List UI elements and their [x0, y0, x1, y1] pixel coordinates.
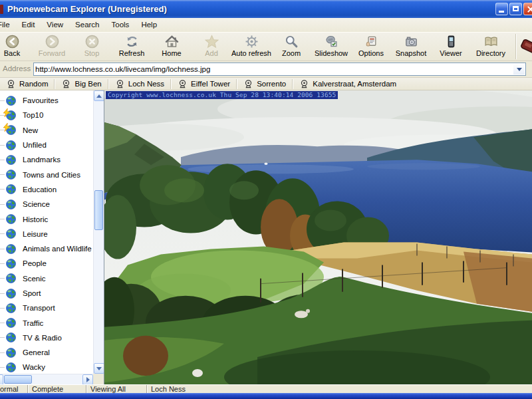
toolbar-button-forward[interactable]: Forward	[32, 33, 72, 57]
toolbar-button-refresh[interactable]: Refresh	[112, 33, 152, 57]
globe-icon	[5, 347, 17, 358]
toolbar-button-options[interactable]: Options	[351, 33, 391, 57]
linkbar-link-random[interactable]: Random	[0, 79, 54, 89]
sidebar-item-towns-and-cities[interactable]: Towns and Cities	[0, 167, 93, 182]
address-input-wrap	[33, 63, 526, 76]
menu-view[interactable]: View	[41, 18, 69, 32]
sidebar-item-landmarks[interactable]: Landmarks	[0, 152, 93, 167]
globe-icon	[5, 199, 17, 210]
close-button[interactable]	[523, 3, 532, 15]
toolbar-button-stop[interactable]: Stop	[72, 33, 112, 57]
globe-icon	[5, 140, 17, 151]
webcam-icon	[61, 79, 71, 89]
scroll-left-button[interactable]	[0, 374, 3, 385]
toolbar-button-add[interactable]: Add	[192, 33, 231, 57]
sidebar-item-leisure[interactable]: Leisure	[0, 227, 93, 241]
sidebar-item-favourites[interactable]: Favourites	[0, 93, 93, 108]
tree-tick	[0, 323, 5, 323]
globe-icon	[5, 154, 17, 166]
sidebar-item-scenic[interactable]: Scenic	[0, 271, 93, 286]
linkbar-link-loch-ness[interactable]: Loch Ness	[109, 79, 170, 89]
maximize-button[interactable]	[509, 3, 522, 15]
back-icon	[5, 34, 19, 49]
webcam-icon	[178, 79, 188, 89]
tree-tick	[0, 219, 5, 219]
sidebar-item-tv-radio[interactable]: TV & Radio	[0, 331, 93, 345]
toolbar-button-viewer[interactable]: Viewer	[431, 33, 471, 57]
sidebar-item-new[interactable]: New	[0, 123, 93, 138]
webcam-copyright-overlay: Copyright www.lochness.co.uk Thu Sep 28 …	[106, 91, 338, 99]
webcam-image-pane: Copyright www.lochness.co.uk Thu Sep 28 …	[104, 90, 532, 384]
globe-icon	[5, 362, 17, 373]
scroll-down-button[interactable]	[94, 363, 104, 374]
menu-bar: FileEditViewSearchToolsHelp	[0, 18, 532, 32]
sidebar-horizontal-scrollbar[interactable]	[0, 374, 93, 384]
scrollbar-corner	[93, 374, 104, 384]
tree-tick	[0, 189, 5, 190]
globe-icon	[5, 303, 17, 314]
linkbar-link-big-ben[interactable]: Big Ben	[55, 79, 107, 89]
sidebar-item-traffic[interactable]: Traffic	[0, 315, 93, 330]
address-input[interactable]	[35, 64, 511, 74]
linkbar-link-eiffel-tower[interactable]: Eiffel Tower	[172, 79, 236, 89]
snapshot-icon	[404, 34, 418, 49]
tree-tick	[0, 174, 5, 175]
linkbar-link-sorrento[interactable]: Sorrento	[237, 79, 292, 89]
sidebar-vertical-scrollbar[interactable]	[93, 90, 104, 374]
app-icon	[0, 5, 3, 14]
arrow-down-icon	[96, 367, 102, 370]
scroll-up-button[interactable]	[94, 90, 104, 101]
globe-icon	[5, 288, 17, 299]
webcam-photo	[104, 90, 532, 384]
globe-icon	[5, 110, 17, 121]
menu-file[interactable]: File	[0, 18, 16, 32]
menu-help[interactable]: Help	[135, 18, 163, 32]
sidebar-item-unfiled[interactable]: Unfiled	[0, 138, 93, 152]
sidebar-item-transport[interactable]: Transport	[0, 301, 93, 315]
address-dropdown-button[interactable]	[513, 64, 525, 74]
tree-tick	[0, 308, 5, 309]
toolbar-button-slideshow[interactable]: Slideshow	[311, 33, 351, 57]
sidebar-item-people[interactable]: People	[0, 256, 93, 271]
toolbar-separator	[515, 34, 517, 59]
application-window: Phonewebcam Explorer (Unregistered) File…	[0, 0, 532, 399]
sidebar-item-historic[interactable]: Historic	[0, 211, 93, 226]
menu-edit[interactable]: Edit	[16, 18, 41, 32]
vertical-scroll-thumb[interactable]	[94, 190, 103, 230]
sidebar-item-science[interactable]: Science	[0, 197, 93, 211]
linkbar-link-kalverstraat-amsterdam[interactable]: Kalverstraat, Amsterdam	[293, 79, 402, 89]
toolbar-button-zoom[interactable]: Zoom	[271, 33, 311, 57]
sidebar-item-animals-and-wildlife[interactable]: Animals and Wildlife	[0, 241, 93, 256]
toolbar-button-directory[interactable]: Directory	[471, 33, 511, 57]
toolbar-button-snapshot[interactable]: Snapshot	[391, 33, 431, 57]
chevron-down-icon	[517, 68, 522, 71]
globe-icon	[5, 213, 17, 225]
title-bar[interactable]: Phonewebcam Explorer (Unregistered)	[0, 0, 532, 18]
sidebar-item-sport[interactable]: Sport	[0, 286, 93, 301]
options-icon	[364, 34, 378, 49]
window-bottom-border	[0, 393, 532, 399]
directory-icon	[484, 34, 498, 49]
globe-icon	[5, 228, 17, 239]
sidebar-item-general[interactable]: General	[0, 345, 93, 360]
minimize-button[interactable]	[495, 3, 508, 15]
tree-tick	[0, 233, 5, 234]
globe-icon	[5, 258, 17, 269]
menu-search[interactable]: Search	[69, 18, 105, 32]
tree-tick	[0, 204, 5, 205]
webcam-device-icon	[520, 33, 532, 63]
toolbar-button-auto-refresh[interactable]: Auto refresh	[231, 33, 271, 57]
sidebar-item-wacky[interactable]: Wacky	[0, 360, 93, 374]
toolbar-button-back[interactable]: Back	[0, 33, 32, 57]
sidebar-item-education[interactable]: Education	[0, 182, 93, 197]
slideshow-icon	[325, 34, 338, 49]
sidebar-item-top10[interactable]: Top10	[0, 108, 93, 122]
globe-icon	[5, 169, 17, 180]
scroll-right-button[interactable]	[82, 374, 93, 385]
add-star-icon	[205, 34, 219, 49]
horizontal-scroll-thumb[interactable]	[4, 375, 32, 384]
menu-tools[interactable]: Tools	[106, 18, 136, 32]
tree-tick	[0, 278, 5, 279]
toolbar-button-home[interactable]: Home	[152, 33, 192, 57]
viewer-icon	[444, 34, 458, 49]
